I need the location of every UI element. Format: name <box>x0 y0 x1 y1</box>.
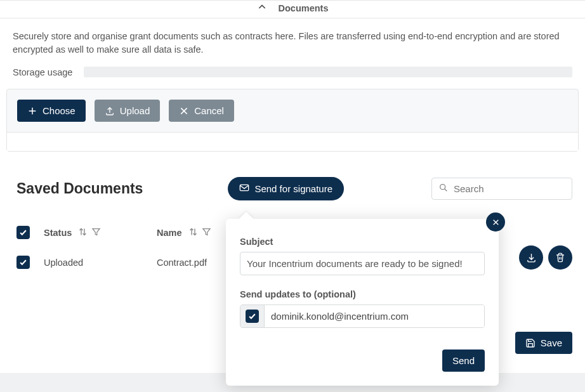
send-label: Send <box>452 355 475 366</box>
filter-icon[interactable] <box>202 227 211 238</box>
upload-toolbar: Choose Upload Cancel <box>7 89 578 132</box>
send-for-signature-button[interactable]: Send for signature <box>228 177 344 200</box>
sort-icon[interactable] <box>78 227 88 238</box>
chevron-up-icon <box>257 2 267 14</box>
choose-label: Choose <box>43 105 76 116</box>
updates-label: Send updates to (optional) <box>240 289 485 299</box>
upload-dropzone[interactable] <box>7 132 578 151</box>
choose-button[interactable]: Choose <box>17 100 86 122</box>
col-name-label: Name <box>157 228 182 238</box>
subject-label: Subject <box>240 237 485 247</box>
filter-icon[interactable] <box>91 227 101 238</box>
save-icon <box>525 338 536 348</box>
row-status: Uploaded <box>44 258 143 268</box>
popover-close-button[interactable] <box>486 212 505 232</box>
col-status-label: Status <box>44 228 72 238</box>
intro-text: Securely store and organise grant docume… <box>0 18 585 62</box>
svg-rect-5 <box>240 185 249 190</box>
sort-icon[interactable] <box>188 227 198 238</box>
storage-usage: Storage usage <box>0 62 585 89</box>
svg-point-6 <box>440 185 445 190</box>
search-input[interactable] <box>454 183 565 194</box>
select-all-checkbox[interactable] <box>16 226 30 239</box>
saved-head: Saved Documents Send for signature <box>16 177 572 200</box>
updates-checkbox[interactable] <box>240 305 265 327</box>
storage-label: Storage usage <box>13 67 72 77</box>
send-button[interactable]: Send <box>442 350 485 372</box>
accordion-title: Documents <box>279 3 329 13</box>
plus-icon <box>27 106 37 116</box>
upload-panel: Choose Upload Cancel <box>6 89 579 152</box>
cancel-button[interactable]: Cancel <box>169 100 234 122</box>
search-icon <box>438 183 449 195</box>
upload-icon <box>105 106 115 116</box>
search-box[interactable] <box>431 178 572 200</box>
row-actions <box>519 245 572 270</box>
updates-email-input[interactable] <box>265 305 484 327</box>
save-label: Save <box>541 337 562 348</box>
row-name: Contract.pdf <box>157 258 207 268</box>
cancel-label: Cancel <box>194 105 224 116</box>
close-icon <box>179 106 189 116</box>
download-button[interactable] <box>519 245 543 270</box>
upload-button[interactable]: Upload <box>95 100 161 122</box>
save-button[interactable]: Save <box>515 332 572 354</box>
delete-button[interactable] <box>548 245 572 270</box>
saved-title: Saved Documents <box>16 180 143 197</box>
mail-icon <box>239 183 249 194</box>
storage-bar <box>84 67 572 77</box>
svg-line-7 <box>445 189 447 192</box>
signature-label: Send for signature <box>254 183 332 194</box>
signature-popover: Subject Send updates to (optional) Send <box>226 219 499 386</box>
subject-input[interactable] <box>240 252 485 275</box>
accordion-header[interactable]: Documents <box>0 0 585 18</box>
upload-label: Upload <box>120 105 150 116</box>
svg-marker-13 <box>202 228 209 235</box>
svg-marker-10 <box>93 228 100 235</box>
row-checkbox[interactable] <box>16 256 30 269</box>
